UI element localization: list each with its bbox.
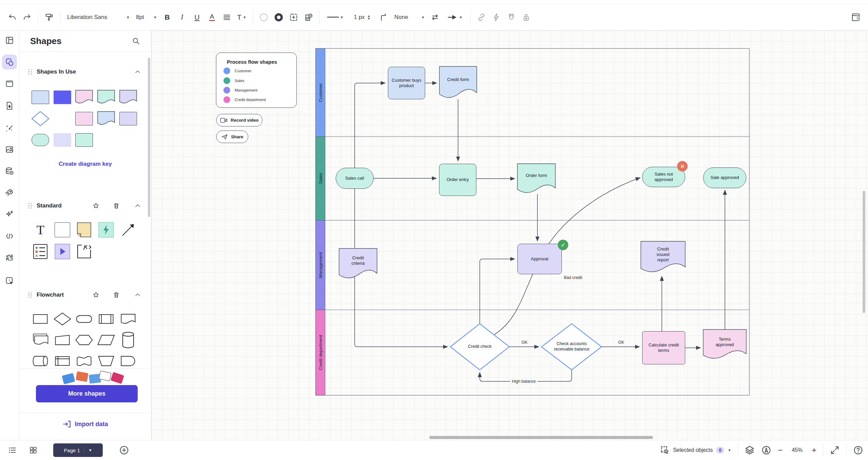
quick-actions-button[interactable]	[489, 9, 504, 25]
help-button[interactable]	[853, 445, 863, 455]
lane-management[interactable]: Management	[316, 220, 325, 310]
shape-blue-rect[interactable]	[32, 91, 49, 104]
shape-code-block[interactable]	[76, 244, 92, 259]
shape-video-embed[interactable]	[55, 244, 70, 259]
node-customer-buys-product[interactable]: Customer buys product	[388, 67, 425, 99]
page-list-button[interactable]	[5, 446, 19, 455]
status-badge-rejected[interactable]: ✕	[677, 161, 688, 172]
presentation-pointer-button[interactable]	[761, 445, 771, 455]
shape-smart-container[interactable]	[98, 222, 114, 238]
create-diagram-key-link[interactable]: Create diagram key	[19, 161, 151, 167]
lock-button[interactable]	[519, 9, 534, 25]
rail-data-linking-button[interactable]	[2, 164, 17, 179]
rail-shortcuts-button[interactable]	[2, 273, 17, 288]
shape-predefined-process[interactable]	[97, 312, 116, 326]
shape-teal-rect[interactable]	[75, 133, 93, 147]
text-options-button[interactable]: T ▼	[234, 9, 249, 25]
node-calculate-credit-terms[interactable]: Calculate credit terms	[642, 331, 685, 364]
shape-preparation[interactable]	[75, 333, 94, 347]
shape-terminator[interactable]	[75, 312, 94, 326]
underline-button[interactable]: U	[190, 9, 204, 25]
lane-credit-department[interactable]: Credit department	[316, 310, 325, 395]
shape-document[interactable]	[119, 312, 138, 326]
shape-manual-operation[interactable]	[53, 333, 72, 347]
shape-manual-input-trapezoid[interactable]	[97, 354, 116, 368]
italic-button[interactable]: I	[175, 9, 190, 25]
search-icon[interactable]	[132, 37, 140, 45]
zoom-out-button[interactable]: −	[778, 445, 783, 455]
trash-icon[interactable]	[113, 202, 120, 209]
hotspot-link-button[interactable]	[474, 9, 489, 25]
shape-database[interactable]	[121, 332, 136, 348]
shape-legend[interactable]	[33, 244, 48, 259]
shape-teal-pill[interactable]	[32, 134, 49, 146]
selected-objects-dropdown[interactable]: Selected objects 0 ▼	[660, 445, 731, 455]
more-shapes-button[interactable]: More shapes	[36, 385, 138, 402]
rail-ai-button[interactable]	[2, 207, 17, 222]
shape-blue-document[interactable]	[97, 111, 115, 126]
chevron-up-icon[interactable]	[134, 68, 141, 75]
line-width-stepper[interactable]: 1 px ▲▼	[348, 9, 377, 25]
page-selector-button[interactable]: Page 1 ▼	[53, 443, 103, 457]
edge-label-ok-2[interactable]: OK	[618, 340, 624, 345]
drag-handle-icon[interactable]	[28, 69, 32, 75]
trash-icon[interactable]	[113, 291, 120, 299]
shape-data-button[interactable]	[301, 9, 316, 25]
right-panel-toggle-button[interactable]	[848, 9, 863, 25]
shape-multiple-documents[interactable]	[31, 333, 50, 347]
fullscreen-button[interactable]	[830, 445, 840, 455]
text-align-button[interactable]	[219, 9, 234, 25]
rail-images-button[interactable]	[2, 142, 17, 157]
zoom-level-value[interactable]: 45%	[789, 447, 805, 453]
node-approval[interactable]: Approval	[517, 244, 562, 274]
zoom-in-button[interactable]: +	[812, 445, 816, 455]
sidebar-scrollbar[interactable]	[148, 58, 150, 217]
shape-pink-rect[interactable]	[75, 112, 93, 125]
page-grid-button[interactable]	[26, 446, 40, 455]
diagram-canvas[interactable]: Customer Sales Management Credit departm…	[152, 31, 868, 440]
font-size-select[interactable]: 8pt ▼	[133, 9, 160, 25]
shape-decision[interactable]	[53, 312, 72, 326]
shape-sticky-note[interactable]	[76, 222, 92, 238]
format-painter-button[interactable]	[42, 9, 57, 25]
text-color-button[interactable]: A	[204, 9, 219, 25]
node-order-entry[interactable]: Order entry	[439, 164, 476, 196]
diagram-key-card[interactable]: Process flow shapes Customer Sales Manag…	[216, 53, 297, 108]
connector-type-button[interactable]	[377, 9, 392, 25]
shape-indigo-rect[interactable]	[54, 91, 71, 104]
font-family-select[interactable]: Liberation Sans ▼	[64, 9, 133, 25]
connector-route-select[interactable]: None ▼	[392, 9, 428, 25]
rail-document-button[interactable]	[2, 76, 17, 91]
magnetize-button[interactable]	[504, 9, 519, 25]
shape-rectangle[interactable]	[55, 222, 70, 237]
shape-teal-document[interactable]	[97, 90, 115, 105]
line-style-select[interactable]: ▼	[323, 9, 348, 25]
star-icon[interactable]	[92, 202, 100, 209]
canvas-horizontal-scrollbar[interactable]	[429, 436, 653, 439]
layers-button[interactable]	[745, 445, 755, 455]
status-badge-approved[interactable]: ✓	[558, 240, 568, 250]
swap-direction-button[interactable]	[428, 9, 442, 25]
rail-integrations-button[interactable]	[2, 251, 17, 265]
rail-marketplace-button[interactable]	[2, 185, 17, 200]
rail-shapes-button[interactable]	[2, 55, 17, 69]
lane-customer[interactable]: Customer	[316, 48, 325, 137]
shape-lavender-document[interactable]	[119, 90, 137, 105]
edge-label-bad-credit[interactable]: Bad credit	[564, 275, 582, 280]
redo-button[interactable]	[20, 9, 35, 25]
shape-flag-tape[interactable]	[75, 354, 94, 368]
lane-sales[interactable]: Sales	[316, 137, 325, 220]
rail-code-button[interactable]	[2, 229, 17, 244]
shape-line-arrow[interactable]	[120, 222, 136, 238]
shape-delay[interactable]	[119, 354, 138, 368]
chevron-up-icon[interactable]	[134, 202, 141, 209]
shape-process[interactable]	[31, 312, 50, 326]
arrowhead-select[interactable]: ▼	[442, 9, 467, 25]
shape-pink-document[interactable]	[75, 90, 93, 105]
shape-internal-storage[interactable]	[53, 354, 72, 368]
share-button[interactable]: Share	[216, 131, 248, 143]
bold-button[interactable]: B	[160, 9, 175, 25]
rail-layout-button[interactable]	[2, 33, 17, 48]
shape-blue-diamond[interactable]	[31, 111, 50, 126]
add-page-button[interactable]	[117, 445, 131, 455]
